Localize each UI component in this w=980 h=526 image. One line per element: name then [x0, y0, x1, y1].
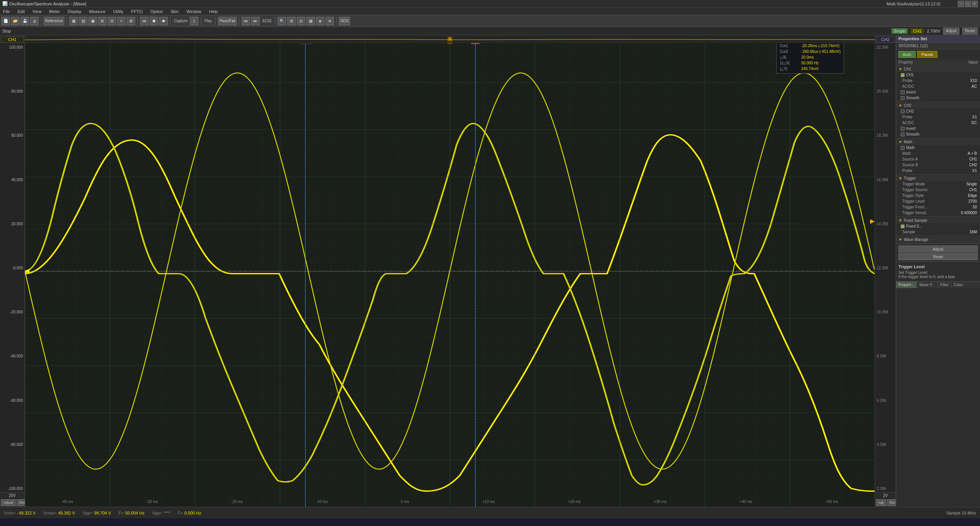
tb-reference-button[interactable]: Reference [44, 17, 64, 25]
tb-stop-button[interactable]: ⏹ [150, 17, 158, 25]
properties-panel: Properties Set SDS205B(1.1)(2) Auto Paus… [896, 35, 980, 507]
tb-zoom-button[interactable]: 🔍 [278, 17, 286, 25]
trigger-scrollbar[interactable]: ▼ [25, 35, 875, 43]
tab-property[interactable]: Propert... [896, 282, 917, 288]
prop-ch1-invert[interactable]: Invert [896, 89, 980, 95]
pause-button[interactable]: Pause [917, 51, 937, 58]
prop-tabs: Propert... Wave P... Filter Color [896, 281, 980, 288]
right-adjust-button[interactable]: Adj [876, 499, 886, 506]
ch2-label[interactable]: CH2 [876, 36, 895, 43]
reset-button[interactable]: Reset [962, 28, 978, 34]
app-title: Oscilloscope/Spectrum Analyzer - [Wave] [9, 2, 86, 6]
tab-filter[interactable]: Filter [938, 282, 951, 288]
bottom-status-bar: Vmin= -49.322 V Vmax= 49.382 V Vpp= 98.7… [0, 507, 980, 518]
tb-prev-button[interactable]: ⏮ [140, 17, 149, 25]
prop-section-sample: ▼ Fixed Sample ✓ Fixed S... Sample 16M [896, 217, 980, 236]
scale-val-80: 80.000 [2, 89, 23, 93]
tb-play-label: Play [203, 17, 213, 25]
menu-fft[interactable]: FFT(!) [129, 8, 144, 15]
left-adjust-button[interactable]: Adjust [1, 499, 16, 506]
adjust-button[interactable]: Adjust [943, 28, 959, 34]
ch2-invert-icon [901, 127, 905, 131]
rscale-val-6: 12.396 [877, 266, 894, 270]
auto-button[interactable]: Auto [898, 51, 916, 58]
vpp2-label: Vpp= [152, 511, 162, 515]
prop-ch1-smooth[interactable]: Smooth [896, 95, 980, 101]
tb-view7-button[interactable]: ⊠ [127, 17, 135, 25]
tb-view5-button[interactable]: ⊟ [108, 17, 116, 25]
dx-key: △X| [780, 54, 799, 60]
rscale-val-10: 4.396 [877, 442, 894, 447]
stat-f2: F= 0.000 Hz [178, 511, 201, 515]
menu-utility[interactable]: Utility [111, 8, 125, 15]
tb-capture-num[interactable]: 1 [190, 17, 198, 25]
tb-new-button[interactable]: 📄 [2, 17, 10, 25]
tb-open-button[interactable]: 📂 [11, 17, 20, 25]
menu-skin[interactable]: Skin [169, 8, 180, 15]
stat-freq: F= 50.004 Hz [119, 511, 144, 515]
tb-more5-button[interactable]: ⊕ [326, 17, 334, 25]
tb-prev2-button[interactable]: ⏮ [242, 17, 250, 25]
prop-reset-bottom[interactable]: Reset [898, 253, 978, 260]
prop-ch1-acdc: AC/DC AC [896, 84, 980, 89]
ch1-label[interactable]: CH1 [1, 36, 24, 43]
menu-option[interactable]: Option [149, 8, 164, 15]
stat-vmin: Vmin= -49.322 V [4, 511, 36, 515]
menu-display[interactable]: Display [66, 8, 83, 15]
prop-fixed-checkbox[interactable]: ✓ Fixed S... [896, 223, 980, 229]
tb-view4-button[interactable]: ⊞ [98, 17, 106, 25]
rscale-val-4: 16.396 [877, 178, 894, 182]
tb-view3-button[interactable]: ▣ [88, 17, 97, 25]
prop-ch2-checkbox[interactable]: CH2 [896, 108, 980, 114]
tb-view2-button[interactable]: ▤ [79, 17, 87, 25]
overview-waveform [25, 35, 875, 43]
menu-file[interactable]: File [2, 8, 11, 15]
waveform-display[interactable]: Cur1 ▼ ▶ ▼ Cur1 -20.26ms (-210.74mV) Cur… [25, 35, 875, 507]
scale-val-n60: -60.000 [2, 398, 23, 403]
rscale-val-5: 14.396 [877, 222, 894, 226]
tb-save-button[interactable]: 💾 [21, 17, 29, 25]
tb-more3-button[interactable]: ▦ [306, 17, 315, 25]
tb-more1-button[interactable]: ⊞ [287, 17, 296, 25]
status-left: Stop [2, 29, 11, 33]
left-channel-panel: CH1 100.000 80.000 60.000 40.000 20.000 … [0, 35, 25, 507]
tb-view1-button[interactable]: ▦ [69, 17, 78, 25]
prop-ch2-smooth[interactable]: Smooth [896, 131, 980, 137]
freq-key: 1/△X| [780, 60, 799, 66]
prop-adjust-bottom[interactable]: Adjust [898, 246, 978, 252]
tb-more4-button[interactable]: ◈ [316, 17, 324, 25]
prop-ch1-checkbox[interactable]: ✓ CH1 [896, 72, 980, 78]
sec-minimize-button[interactable]: − [958, 1, 964, 7]
stat-vpp: Vpp= 98.704 V [83, 511, 111, 515]
menu-meter[interactable]: Meter [47, 8, 61, 15]
time-p30: +30 ms [654, 500, 666, 504]
tb-sep-4 [170, 17, 170, 25]
tb-record-button[interactable]: ⏺ [159, 17, 168, 25]
menu-help[interactable]: Help [208, 8, 219, 15]
menu-window[interactable]: Window [185, 8, 203, 15]
sec-maximize-button[interactable]: □ [965, 1, 971, 7]
sample-rate-display: Sample 16 MHz [946, 511, 976, 515]
tb-print-button[interactable]: 🖨 [30, 17, 39, 25]
cur1-val: -20.26ms (-210.74mV) [801, 43, 839, 49]
menu-view[interactable]: View [31, 8, 43, 15]
tab-wave-param[interactable]: Wave P... [917, 282, 938, 288]
vmax-label: Vmax= [43, 511, 57, 515]
prop-bottom-controls: Adjust Reset [896, 244, 980, 262]
prop-ch2-invert[interactable]: Invert [896, 126, 980, 131]
tb-sep-9 [336, 17, 337, 25]
tb-dds-button[interactable]: DDS [339, 17, 350, 25]
tb-passfail-button[interactable]: Pass/Fail [218, 17, 237, 25]
tb-next2-button[interactable]: ⏭ [251, 17, 260, 25]
tb-more2-button[interactable]: ⊟ [297, 17, 305, 25]
scale-val-n20: -20.000 [2, 310, 23, 314]
prop-math-checkbox[interactable]: Math [896, 145, 980, 151]
tab-color[interactable]: Color [951, 282, 965, 288]
right-scale-unit: 2V [875, 492, 896, 498]
tb-view6-button[interactable]: ≡ [117, 17, 126, 25]
sec-close-button[interactable]: × [972, 1, 978, 7]
menu-edit[interactable]: Edit [16, 8, 26, 15]
menu-measure[interactable]: Measure [88, 8, 107, 15]
single-badge: Single [892, 28, 908, 34]
stop-label: Stop [2, 29, 11, 33]
